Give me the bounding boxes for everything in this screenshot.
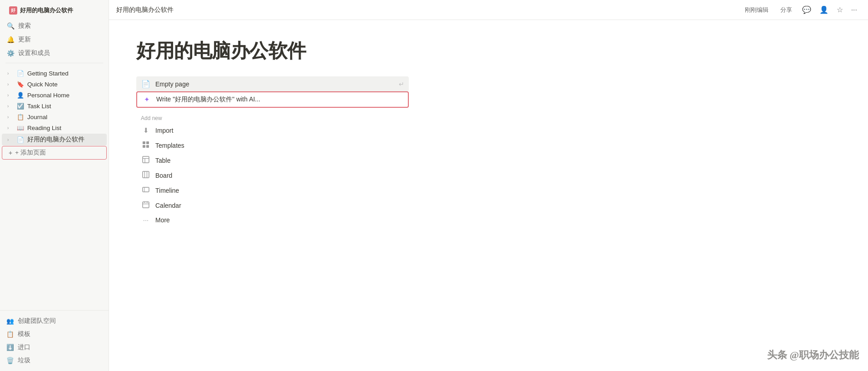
- more-option[interactable]: ··· More: [136, 213, 409, 227]
- svg-rect-4: [143, 156, 149, 163]
- workspace-icon: 好: [9, 6, 17, 15]
- sidebar-nav: › 📄 Getting Started › 🔖 Quick Note › 👤 P…: [0, 66, 109, 310]
- ai-write-option[interactable]: ✦ Write "好用的电脑办公软件" with AI...: [136, 91, 409, 108]
- book-icon: 📖: [16, 125, 25, 131]
- svg-rect-3: [146, 145, 149, 148]
- timeline-icon: [141, 186, 151, 195]
- calendar-icon: [141, 201, 151, 210]
- import-option[interactable]: ⬇ Import: [136, 123, 409, 138]
- main-area: 好用的电脑办公软件 刚刚编辑 分享 💬 👤 ☆ ··· 好用的电脑办公软件 📄 …: [109, 0, 868, 371]
- sidebar-item-getting-started[interactable]: › 📄 Getting Started: [2, 68, 107, 79]
- svg-rect-1: [146, 141, 149, 144]
- templates-icon: 📋: [6, 331, 14, 338]
- sidebar-item-current-page[interactable]: › 📄 好用的电脑办公软件: [2, 134, 107, 145]
- more-icon[interactable]: ···: [849, 4, 859, 16]
- empty-page-option[interactable]: 📄 Empty page ↵: [136, 76, 409, 91]
- sidebar-top: 好 好用的电脑办公软件: [0, 0, 109, 19]
- bookmark-icon: 🔖: [16, 81, 25, 88]
- sidebar-item-personal-home[interactable]: › 👤 Personal Home: [2, 90, 107, 100]
- board-icon: [141, 171, 151, 180]
- sidebar-item-quick-note[interactable]: › 🔖 Quick Note: [2, 79, 107, 90]
- sidebar-item-task-list[interactable]: › ☑️ Task List: [2, 101, 107, 111]
- svg-rect-10: [143, 187, 149, 192]
- templates-action-icon: [141, 141, 151, 150]
- sidebar-item-journal[interactable]: › 📋 Journal: [2, 112, 107, 122]
- topbar-actions: 刚刚编辑 分享 💬 👤 ☆ ···: [741, 4, 859, 16]
- board-option[interactable]: Board: [136, 168, 409, 183]
- import-button[interactable]: ⬇️ 进口: [2, 341, 107, 354]
- topbar: 好用的电脑办公软件 刚刚编辑 分享 💬 👤 ☆ ···: [109, 0, 868, 20]
- document-icon: 📄: [16, 136, 25, 143]
- templates-option[interactable]: Templates: [136, 138, 409, 153]
- team-icon: 👥: [6, 317, 14, 325]
- plus-icon: +: [9, 149, 12, 156]
- chevron-icon: ›: [7, 137, 14, 142]
- page-title: 好用的电脑办公软件: [136, 38, 841, 64]
- user-icon[interactable]: 👤: [818, 4, 830, 16]
- share-button[interactable]: 分享: [777, 5, 796, 15]
- comment-icon[interactable]: 💬: [800, 4, 813, 16]
- sidebar-bottom: 👥 创建团队空间 📋 模板 ⬇️ 进口 🗑️ 垃圾: [0, 310, 109, 371]
- page-icon: 📄: [16, 70, 25, 77]
- search-icon: 🔍: [6, 22, 15, 30]
- return-icon: ↵: [399, 80, 404, 88]
- check-icon: ☑️: [16, 103, 25, 110]
- settings-icon: ⚙️: [6, 50, 15, 57]
- journal-icon: 📋: [16, 114, 25, 120]
- svg-rect-12: [143, 202, 149, 208]
- table-icon: [141, 156, 151, 165]
- person-icon: 👤: [16, 92, 25, 99]
- empty-page-icon: 📄: [141, 80, 151, 88]
- timeline-option[interactable]: Timeline: [136, 183, 409, 198]
- chevron-icon: ›: [7, 125, 14, 130]
- trash-button[interactable]: 🗑️ 垃圾: [2, 354, 107, 367]
- star-icon[interactable]: ☆: [835, 4, 845, 16]
- svg-rect-7: [143, 171, 149, 178]
- updates-icon: 🔔: [6, 36, 15, 43]
- table-option[interactable]: Table: [136, 153, 409, 168]
- breadcrumb-title: 好用的电脑办公软件: [116, 6, 738, 14]
- chevron-icon: ›: [7, 71, 14, 76]
- settings-action[interactable]: ⚙️ 设置和成员: [2, 47, 107, 60]
- svg-rect-0: [143, 141, 145, 144]
- updates-action[interactable]: 🔔 更新: [2, 33, 107, 46]
- chevron-icon: ›: [7, 104, 14, 109]
- chevron-icon: ›: [7, 115, 14, 120]
- templates-button[interactable]: 📋 模板: [2, 328, 107, 341]
- sidebar-item-reading-list[interactable]: › 📖 Reading List: [2, 123, 107, 133]
- page-content: 好用的电脑办公软件 📄 Empty page ↵ ✦ Write "好用的电脑办…: [109, 20, 868, 371]
- just-edited-label[interactable]: 刚刚编辑: [741, 5, 772, 15]
- search-action[interactable]: 🔍 搜索: [2, 20, 107, 32]
- svg-rect-2: [143, 145, 145, 148]
- sidebar-divider: [5, 63, 103, 63]
- add-new-label: Add new: [136, 110, 409, 123]
- create-team-button[interactable]: 👥 创建团队空间: [2, 315, 107, 327]
- chevron-icon: ›: [7, 82, 14, 87]
- import-icon: ⬇: [141, 126, 151, 135]
- chevron-icon: ›: [7, 93, 14, 98]
- trash-icon: 🗑️: [6, 357, 14, 364]
- sidebar: 好 好用的电脑办公软件 🔍 搜索 🔔 更新 ⚙️ 设置和成员 › 📄 Getti…: [0, 0, 109, 371]
- more-dots-icon: ···: [141, 216, 151, 224]
- add-page-button[interactable]: + + 添加页面: [2, 146, 107, 160]
- import-icon: ⬇️: [6, 344, 14, 351]
- ai-icon: ✦: [142, 95, 152, 104]
- workspace-name[interactable]: 好 好用的电脑办公软件: [5, 4, 103, 17]
- calendar-option[interactable]: Calendar: [136, 198, 409, 213]
